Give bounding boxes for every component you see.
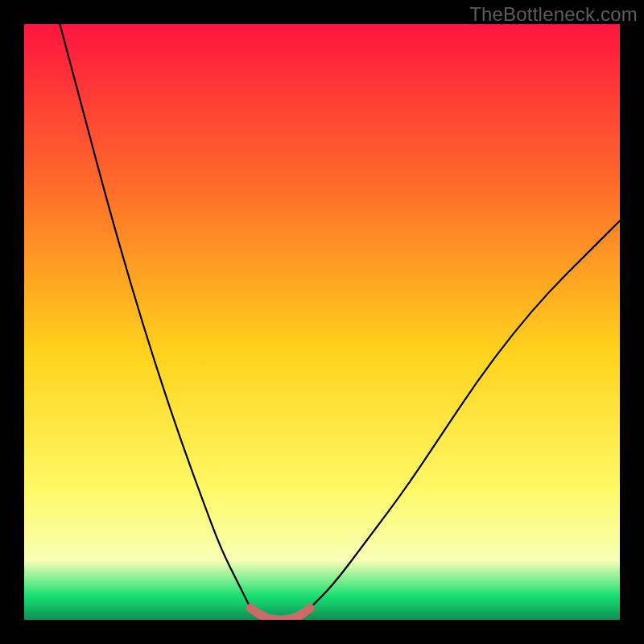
- plot-area: [24, 24, 620, 620]
- chart-frame: TheBottleneck.com: [0, 0, 644, 644]
- plot-svg: [24, 24, 620, 620]
- watermark-text: TheBottleneck.com: [469, 3, 638, 26]
- gradient-background: [24, 24, 620, 620]
